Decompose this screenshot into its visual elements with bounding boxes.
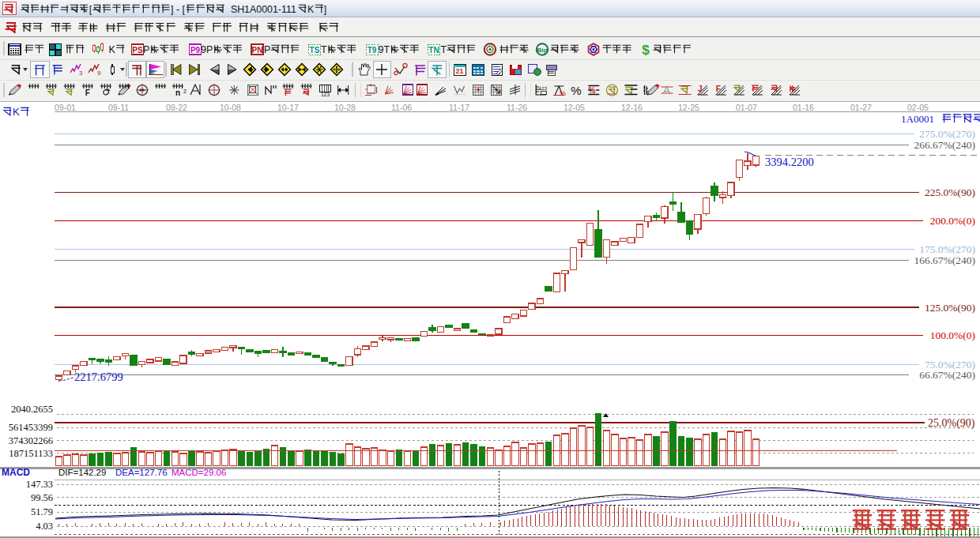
svg-text:PN: PN — [252, 46, 263, 55]
svg-text:200.0%(0): 200.0%(0) — [930, 215, 975, 227]
svg-text:12-05: 12-05 — [564, 103, 585, 112]
svg-text:10-28: 10-28 — [334, 103, 356, 112]
svg-text:K: K — [109, 44, 116, 55]
svg-text:MACD=29.06: MACD=29.06 — [172, 468, 226, 477]
svg-text:374302266: 374302266 — [9, 435, 53, 446]
svg-text:123: 123 — [539, 86, 548, 91]
svg-text:1A0001: 1A0001 — [901, 113, 939, 125]
svg-text:2: 2 — [183, 88, 187, 94]
svg-text:DIF=142.29: DIF=142.29 — [58, 468, 106, 477]
svg-text:11-06: 11-06 — [391, 103, 412, 112]
svg-text:T: T — [321, 44, 327, 55]
svg-text:[: [ — [89, 4, 92, 15]
svg-text:4.03: 4.03 — [36, 521, 53, 532]
svg-text:09-22: 09-22 — [166, 103, 187, 112]
svg-text:K: K — [307, 4, 315, 15]
svg-text:01-16: 01-16 — [793, 103, 814, 112]
svg-text:266.67%(240): 266.67%(240) — [914, 139, 975, 151]
svg-text:F: F — [716, 85, 721, 93]
svg-text:]: ] — [324, 4, 326, 15]
svg-text:9P: 9P — [201, 44, 213, 55]
svg-text:SH1A0001-111: SH1A0001-111 — [225, 4, 296, 15]
svg-text:02-05: 02-05 — [907, 103, 929, 112]
svg-text:25.0%(90): 25.0%(90) — [928, 417, 975, 430]
svg-text:166.67%(240): 166.67%(240) — [914, 254, 975, 266]
svg-text:01-07: 01-07 — [736, 103, 757, 112]
svg-text:TN: TN — [428, 46, 439, 55]
svg-text:2040.2655: 2040.2655 — [11, 404, 53, 415]
svg-text:$: $ — [642, 43, 650, 58]
svg-text:123: 123 — [321, 92, 330, 97]
svg-text:125.0%(90): 125.0%(90) — [925, 302, 975, 314]
svg-text:T: T — [441, 44, 447, 55]
svg-text:225.0%(90): 225.0%(90) — [925, 186, 975, 198]
svg-text:MACD: MACD — [2, 467, 30, 478]
svg-text:09-01: 09-01 — [55, 103, 76, 112]
svg-text:147.33: 147.33 — [26, 479, 53, 490]
svg-text:%: % — [571, 84, 581, 97]
svg-text:P: P — [143, 44, 149, 55]
svg-text:3394.2200: 3394.2200 — [765, 156, 814, 168]
svg-text:%: % — [560, 89, 566, 97]
svg-text:01-27: 01-27 — [850, 103, 872, 112]
svg-text:11-17: 11-17 — [449, 103, 469, 112]
svg-text:K: K — [13, 106, 20, 118]
svg-text:51.79: 51.79 — [31, 506, 53, 517]
svg-text:10-17: 10-17 — [277, 103, 299, 112]
svg-text:T9: T9 — [368, 46, 377, 55]
svg-text:100.0%(0): 100.0%(0) — [930, 329, 975, 341]
svg-text:09-11: 09-11 — [108, 103, 129, 112]
svg-text:PS: PS — [132, 46, 143, 55]
svg-text:99.56: 99.56 — [31, 492, 53, 503]
svg-text:P9: P9 — [190, 46, 201, 55]
svg-text:9T: 9T — [379, 44, 390, 55]
svg-text:] - [: ] - [ — [171, 4, 185, 15]
svg-text:2217.6799: 2217.6799 — [74, 371, 123, 383]
svg-text:12-25: 12-25 — [678, 103, 699, 112]
svg-text:12-16: 12-16 — [621, 103, 643, 112]
svg-text:n: n — [175, 88, 180, 97]
svg-text:DEA=127.76: DEA=127.76 — [115, 468, 168, 477]
svg-text:TS: TS — [310, 46, 320, 55]
svg-text:10-08: 10-08 — [220, 103, 241, 112]
svg-text:3: 3 — [79, 70, 83, 77]
svg-text:187151133: 187151133 — [9, 448, 53, 459]
svg-text:21: 21 — [455, 67, 463, 75]
svg-text:Big: Big — [537, 47, 548, 54]
svg-text:11-26: 11-26 — [507, 103, 527, 112]
svg-text:9: 9 — [97, 70, 101, 77]
svg-text:J: J — [698, 85, 703, 93]
svg-text:F: F — [85, 88, 90, 97]
svg-text:P: P — [264, 44, 270, 55]
svg-text:561453399: 561453399 — [9, 422, 53, 433]
svg-text:66.67%(240): 66.67%(240) — [919, 369, 975, 381]
